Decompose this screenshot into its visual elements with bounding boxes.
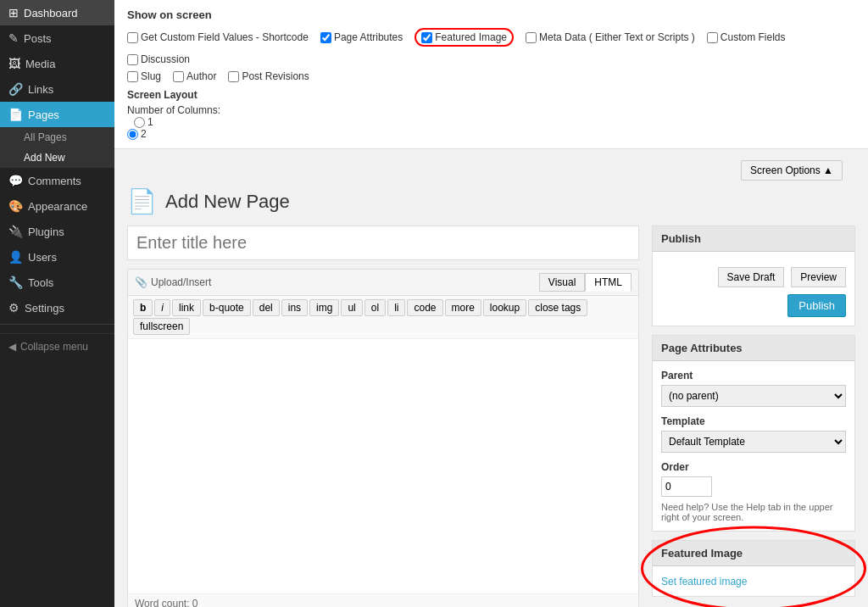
- collapse-menu[interactable]: ◀ Collapse menu: [0, 333, 114, 359]
- view-tabs: Visual HTML: [539, 273, 632, 292]
- plugins-icon: 🔌: [8, 225, 23, 238]
- set-featured-image-link[interactable]: Set featured image: [661, 576, 747, 588]
- two-col-layout: 📎 Upload/Insert Visual HTML b i link: [127, 226, 855, 607]
- main-column: 📎 Upload/Insert Visual HTML b i link: [127, 226, 639, 607]
- toolbar-b[interactable]: b: [133, 299, 153, 316]
- toolbar-close-tags[interactable]: close tags: [528, 299, 587, 316]
- page-title-input[interactable]: [127, 226, 639, 260]
- template-select[interactable]: Default Template: [661, 431, 846, 453]
- col-2-radio[interactable]: [127, 129, 138, 140]
- opt-discussion-checkbox[interactable]: [127, 54, 138, 65]
- toolbar-ins[interactable]: ins: [281, 299, 308, 316]
- col-1-option[interactable]: 1: [134, 116, 849, 128]
- pages-submenu: All Pages Add New: [0, 127, 114, 168]
- word-count: Word count: 0: [128, 593, 638, 607]
- page-main-title: Add New Page: [165, 191, 290, 213]
- sidebar-item-media[interactable]: 🖼 Media: [0, 51, 114, 76]
- opt-custom-field-shortcode[interactable]: Get Custom Field Values - Shortcode: [127, 31, 309, 43]
- page-area: Screen Options ▲ 📄 Add New Page 📎 Upload…: [114, 149, 868, 607]
- editor-topbar: 📎 Upload/Insert Visual HTML: [128, 270, 638, 296]
- toolbar-more[interactable]: more: [445, 299, 481, 316]
- featured-image-panel: Featured Image Set featured image: [652, 540, 855, 597]
- page-title-row: 📄 Add New Page: [127, 187, 855, 215]
- order-input[interactable]: [661, 476, 712, 497]
- toolbar-ol[interactable]: ol: [364, 299, 386, 316]
- editor-toolbar: b i link b-quote del ins img ul ol li co…: [128, 296, 638, 339]
- toolbar-ul[interactable]: ul: [341, 299, 362, 316]
- opt-slug[interactable]: Slug: [127, 70, 161, 82]
- tab-visual[interactable]: Visual: [539, 273, 585, 292]
- opt-page-attributes-checkbox[interactable]: [320, 32, 331, 43]
- opt-featured-image[interactable]: Featured Image: [415, 28, 514, 47]
- sidebar-item-plugins[interactable]: 🔌 Plugins: [0, 219, 114, 244]
- pages-icon: 📄: [8, 108, 23, 121]
- featured-image-body: Set featured image: [653, 566, 854, 596]
- toolbar-code[interactable]: code: [407, 299, 442, 316]
- toolbar-li[interactable]: li: [387, 299, 405, 316]
- main-content: Show on screen Get Custom Field Values -…: [114, 0, 868, 607]
- screen-options-row2: Slug Author Post Revisions: [127, 70, 855, 82]
- editor-body[interactable]: [128, 339, 638, 593]
- col-2-option[interactable]: 2: [127, 128, 849, 140]
- sidebar-item-comments[interactable]: 💬 Comments: [0, 168, 114, 193]
- opt-meta-data-checkbox[interactable]: [526, 32, 537, 43]
- opt-meta-data[interactable]: Meta Data ( Either Text or Scripts ): [526, 31, 695, 43]
- editor-wrap: 📎 Upload/Insert Visual HTML b i link: [127, 269, 639, 607]
- sidebar-add-new[interactable]: Add New: [0, 148, 114, 168]
- opt-custom-fields[interactable]: Custom Fields: [707, 31, 786, 43]
- toolbar-lookup[interactable]: lookup: [483, 299, 526, 316]
- page-attributes-panel: Page Attributes Parent (no parent) Templ…: [652, 335, 855, 532]
- sidebar-item-posts[interactable]: ✎ Posts: [0, 25, 114, 51]
- toolbar-link[interactable]: link: [172, 299, 201, 316]
- publish-panel-header: Publish: [653, 226, 854, 252]
- opt-page-attributes[interactable]: Page Attributes: [320, 31, 403, 43]
- users-icon: 👤: [8, 250, 23, 264]
- toolbar-i[interactable]: i: [154, 299, 170, 316]
- screen-layout-title: Screen Layout: [127, 89, 198, 101]
- sidebar-item-settings[interactable]: ⚙ Settings: [0, 295, 114, 320]
- upload-insert[interactable]: 📎 Upload/Insert: [135, 276, 211, 288]
- opt-author-checkbox[interactable]: [173, 71, 184, 82]
- sidebar-all-pages[interactable]: All Pages: [0, 127, 114, 148]
- publish-main-row: Publish: [661, 294, 846, 317]
- links-icon: 🔗: [8, 82, 23, 96]
- opt-author[interactable]: Author: [173, 70, 216, 82]
- preview-button[interactable]: Preview: [791, 267, 846, 287]
- toolbar-fullscreen[interactable]: fullscreen: [133, 318, 190, 335]
- comments-icon: 💬: [8, 174, 23, 187]
- screen-options-button[interactable]: Screen Options ▲: [741, 160, 843, 181]
- featured-image-header: Featured Image: [653, 541, 854, 566]
- opt-post-revisions[interactable]: Post Revisions: [228, 70, 309, 82]
- page-header-row: Screen Options ▲: [127, 153, 855, 187]
- sidebar-item-tools[interactable]: 🔧 Tools: [0, 270, 114, 295]
- publish-panel-body: Save Draft Preview Publish: [653, 252, 854, 326]
- publish-button[interactable]: Publish: [787, 294, 846, 317]
- parent-select[interactable]: (no parent): [661, 385, 846, 407]
- opt-discussion[interactable]: Discussion: [127, 53, 190, 65]
- appearance-icon: 🎨: [8, 199, 23, 213]
- sidebar-item-users[interactable]: 👤 Users: [0, 244, 114, 270]
- opt-post-revisions-checkbox[interactable]: [228, 71, 239, 82]
- page-attributes-header: Page Attributes: [653, 336, 854, 361]
- sidebar-item-dashboard[interactable]: ⊞ Dashboard: [0, 0, 114, 25]
- collapse-icon: ◀: [8, 341, 16, 353]
- col-1-radio[interactable]: [134, 117, 145, 128]
- page-attributes-body: Parent (no parent) Template Default Temp…: [653, 361, 854, 531]
- attributes-help-text: Need help? Use the Help tab in the upper…: [661, 502, 846, 522]
- dashboard-icon: ⊞: [8, 6, 19, 19]
- screen-layout: Screen Layout Number of Columns: 1 2: [127, 89, 855, 140]
- page-new-icon: 📄: [127, 187, 157, 215]
- opt-custom-fields-checkbox[interactable]: [707, 32, 718, 43]
- sidebar-item-pages[interactable]: 📄 Pages: [0, 102, 114, 127]
- opt-custom-field-shortcode-checkbox[interactable]: [127, 32, 138, 43]
- toolbar-img[interactable]: img: [309, 299, 339, 316]
- opt-featured-image-checkbox[interactable]: [421, 32, 432, 43]
- opt-slug-checkbox[interactable]: [127, 71, 138, 82]
- sidebar-item-appearance[interactable]: 🎨 Appearance: [0, 193, 114, 219]
- tab-html[interactable]: HTML: [585, 273, 632, 292]
- toolbar-del[interactable]: del: [253, 299, 280, 316]
- toolbar-bquote[interactable]: b-quote: [203, 299, 251, 316]
- save-draft-button[interactable]: Save Draft: [718, 267, 785, 287]
- sidebar-item-links[interactable]: 🔗 Links: [0, 76, 114, 102]
- template-label: Template: [661, 415, 846, 427]
